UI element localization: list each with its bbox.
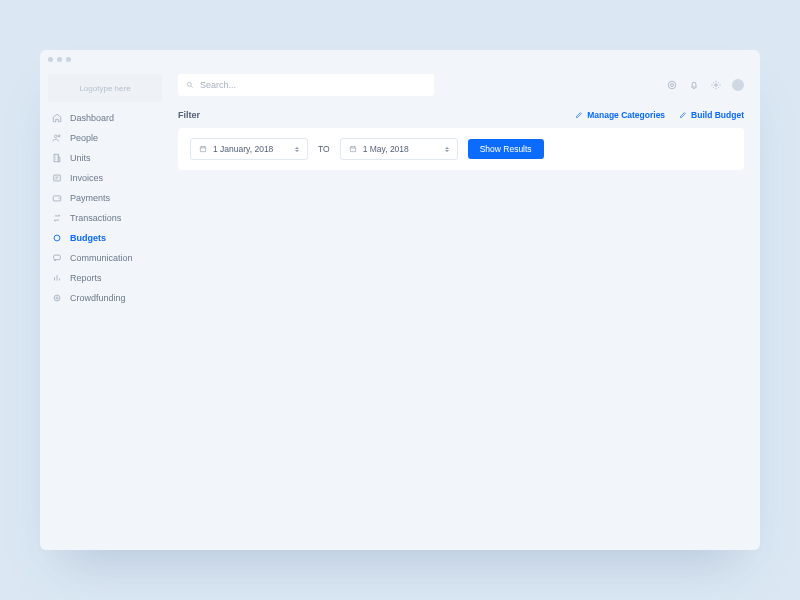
svg-point-12 (715, 84, 718, 87)
app-window: Logotype here Dashboard People Units Inv… (40, 50, 760, 550)
sidebar: Logotype here Dashboard People Units Inv… (40, 68, 170, 550)
search-icon (186, 81, 194, 89)
wallet-icon (52, 193, 62, 203)
filter-panel: 1 January, 2018 TO 1 May, 2018 Show Resu… (178, 128, 744, 170)
svg-point-10 (668, 81, 676, 89)
date-from-value: 1 January, 2018 (213, 144, 289, 154)
svg-point-9 (187, 82, 191, 86)
settings-button[interactable] (710, 79, 722, 91)
svg-point-0 (55, 135, 58, 138)
search-placeholder: Search... (200, 80, 236, 90)
svg-rect-2 (54, 154, 58, 162)
stepper-icon (445, 145, 449, 154)
pencil-icon (575, 111, 583, 119)
main-area: Logotype here Dashboard People Units Inv… (40, 68, 760, 550)
date-to-picker[interactable]: 1 May, 2018 (340, 138, 458, 160)
sidebar-item-reports[interactable]: Reports (40, 268, 170, 288)
svg-point-11 (671, 84, 674, 87)
content-area: Search... Filter Manage Categories (170, 68, 760, 550)
sidebar-item-label: Dashboard (70, 113, 114, 123)
show-results-button[interactable]: Show Results (468, 139, 544, 159)
people-icon (52, 133, 62, 143)
section-title: Filter (178, 110, 200, 120)
svg-point-7 (54, 295, 60, 301)
gear-icon (711, 80, 721, 90)
home-icon (52, 113, 62, 123)
date-to-value: 1 May, 2018 (363, 144, 439, 154)
sidebar-item-label: Reports (70, 273, 102, 283)
building-icon (52, 153, 62, 163)
action-label: Build Budget (691, 110, 744, 120)
svg-point-8 (56, 297, 58, 299)
sidebar-item-label: Crowdfunding (70, 293, 126, 303)
topbar: Search... (178, 74, 744, 96)
invoice-icon (52, 173, 62, 183)
sidebar-item-people[interactable]: People (40, 128, 170, 148)
bell-icon (689, 80, 699, 90)
stepper-icon (295, 145, 299, 154)
svg-rect-13 (200, 147, 205, 152)
help-icon (667, 80, 677, 90)
svg-point-1 (58, 135, 60, 137)
build-budget-link[interactable]: Build Budget (679, 110, 744, 120)
sidebar-item-crowdfunding[interactable]: Crowdfunding (40, 288, 170, 308)
topbar-actions (666, 79, 744, 91)
pencil-icon (679, 111, 687, 119)
sidebar-nav: Dashboard People Units Invoices Payments (40, 108, 170, 308)
search-input[interactable]: Search... (178, 74, 434, 96)
target-icon (52, 293, 62, 303)
traffic-light-max[interactable] (66, 57, 71, 62)
sidebar-item-units[interactable]: Units (40, 148, 170, 168)
sidebar-item-label: Budgets (70, 233, 106, 243)
traffic-light-close[interactable] (48, 57, 53, 62)
date-from-picker[interactable]: 1 January, 2018 (190, 138, 308, 160)
traffic-light-min[interactable] (57, 57, 62, 62)
sidebar-item-label: Invoices (70, 173, 103, 183)
sidebar-item-label: Communication (70, 253, 133, 263)
calendar-icon (199, 145, 207, 153)
chat-icon (52, 253, 62, 263)
logo: Logotype here (48, 74, 162, 102)
budget-icon (52, 233, 62, 243)
svg-point-5 (54, 235, 60, 241)
window-titlebar (40, 50, 760, 68)
sidebar-item-label: Units (70, 153, 91, 163)
sidebar-item-budgets[interactable]: Budgets (40, 228, 170, 248)
sidebar-item-communication[interactable]: Communication (40, 248, 170, 268)
action-label: Manage Categories (587, 110, 665, 120)
calendar-icon (349, 145, 357, 153)
date-separator: TO (318, 144, 330, 154)
svg-rect-6 (54, 255, 61, 260)
sidebar-item-label: Transactions (70, 213, 121, 223)
sidebar-item-dashboard[interactable]: Dashboard (40, 108, 170, 128)
sidebar-item-label: Payments (70, 193, 110, 203)
help-button[interactable] (666, 79, 678, 91)
notifications-button[interactable] (688, 79, 700, 91)
sidebar-item-label: People (70, 133, 98, 143)
transfer-icon (52, 213, 62, 223)
svg-rect-14 (350, 147, 355, 152)
sidebar-item-transactions[interactable]: Transactions (40, 208, 170, 228)
svg-rect-3 (54, 175, 61, 181)
avatar[interactable] (732, 79, 744, 91)
section-header: Filter Manage Categories Build Budget (178, 110, 744, 120)
sidebar-item-payments[interactable]: Payments (40, 188, 170, 208)
manage-categories-link[interactable]: Manage Categories (575, 110, 665, 120)
sidebar-item-invoices[interactable]: Invoices (40, 168, 170, 188)
chart-icon (52, 273, 62, 283)
